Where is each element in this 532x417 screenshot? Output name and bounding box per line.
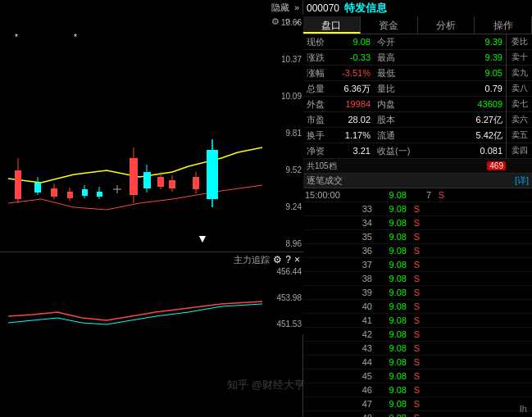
trade-dir: S	[407, 204, 421, 214]
val-zhang: -0.33	[333, 52, 374, 62]
indicator-red-line	[8, 301, 262, 320]
trade-price: 9.08	[374, 371, 407, 381]
trade-dir: S	[407, 246, 421, 256]
price-9-52: 9.52	[281, 165, 302, 175]
label-zui-gao: 最高	[374, 52, 395, 64]
trade-price: 9.08	[374, 343, 407, 353]
label-weibei: 委比	[507, 34, 532, 50]
info-row-nav: 净资 3.21 收益(一) 0.081	[303, 143, 506, 159]
trade-section: 逐笔成交 [详] 15:00:009.087S339.08S349.08S359…	[303, 174, 532, 417]
info-row-turnover: 换手 1.17% 流通 5.42亿	[303, 128, 506, 143]
val-wai: 19984	[333, 99, 374, 109]
trade-price: 9.08	[374, 315, 407, 325]
trade-index: 37	[351, 260, 374, 270]
trade-row: 469.08S	[303, 383, 532, 397]
label-mai9: 卖九	[507, 66, 532, 81]
trade-row: 459.08S	[303, 369, 532, 383]
trade-price: 9.08	[374, 260, 407, 270]
val-zui-gao: 9.39	[395, 52, 506, 62]
trade-row: 369.08S	[303, 244, 532, 258]
trade-index: 39	[351, 288, 374, 297]
trade-index: 43	[351, 343, 374, 353]
info-row-change: 涨跌 -0.33 最高 9.39	[303, 50, 506, 66]
trade-dir: S	[431, 190, 446, 200]
corner-text: Ih	[520, 404, 527, 414]
val-liang: 0.79	[395, 84, 506, 93]
info-row-pe: 市盈 28.02 股本 6.27亿	[303, 112, 506, 128]
trade-dir: S	[407, 315, 421, 325]
trade-row: 389.08S	[303, 272, 532, 286]
candle-svg	[8, 31, 271, 244]
trade-list: 15:00:009.087S339.08S349.08S359.08S369.0…	[303, 188, 532, 417]
val-eps: 0.081	[410, 146, 506, 156]
trade-row: 409.08S	[303, 300, 532, 314]
label-zhang: 涨跌	[303, 52, 333, 64]
trade-index: 35	[351, 232, 374, 242]
total-bar: 共105档 469	[303, 159, 532, 174]
trade-dir: S	[407, 385, 421, 395]
label-wai: 外盘	[303, 98, 333, 111]
top-bar: 隐藏 »	[0, 0, 302, 15]
indicator-help-icon[interactable]: ?	[285, 254, 291, 265]
trade-price: 9.08	[374, 413, 407, 417]
indicator-svg	[8, 267, 283, 331]
val-pe: 28.02	[333, 115, 374, 125]
trade-vol: 7	[407, 190, 431, 200]
label-eps: 收益(一)	[374, 145, 410, 157]
price-10-37: 10.37	[281, 55, 302, 64]
trade-price: 9.08	[374, 399, 407, 409]
val-pct: -3.51%	[333, 68, 374, 78]
label-jin: 今开	[374, 36, 395, 48]
trade-row: 449.08S	[303, 356, 532, 369]
trade-detail-link[interactable]: [详]	[515, 175, 529, 187]
trade-header: 逐笔成交 [详]	[303, 174, 532, 188]
trade-dir: S	[407, 343, 421, 353]
val-nav: 3.21	[333, 146, 374, 156]
val-zong: 6.36万	[333, 83, 374, 95]
trade-row: 419.08S	[303, 314, 532, 328]
label-pct: 涨幅	[303, 67, 333, 79]
trade-index: 33	[351, 204, 374, 214]
info-row-outer: 外盘 19984 内盘 43609	[303, 97, 506, 112]
label-stock: 股本	[374, 114, 395, 126]
stock-code: 000070	[307, 2, 339, 14]
candlestick-chart	[8, 31, 271, 244]
info-row-vol: 总量 6.36万 量比 0.79	[303, 81, 506, 97]
val-jin: 9.39	[395, 37, 506, 47]
price-9-81: 9.81	[281, 129, 302, 138]
trade-dir: S	[407, 288, 421, 297]
stock-name: 特发信息	[344, 1, 387, 16]
hide-button[interactable]: 隐藏	[271, 2, 289, 14]
trade-index: 41	[351, 315, 374, 325]
trade-price: 9.08	[374, 190, 407, 200]
trade-index: 47	[351, 399, 374, 409]
trade-row: 15:00:009.087S	[303, 188, 532, 202]
price-10-09: 10.09	[281, 92, 302, 101]
label-mai6: 卖六	[507, 112, 532, 128]
info-row-price: 现价 9.08 今开 9.39	[303, 34, 506, 50]
badge-469: 469	[487, 161, 506, 170]
trade-dir: S	[407, 232, 421, 242]
trade-dir: S	[407, 260, 421, 270]
gear-icon[interactable]: ⚙	[271, 16, 280, 27]
trade-index: 38	[351, 274, 374, 283]
label-xian: 现价	[303, 36, 333, 48]
trade-dir: S	[407, 413, 421, 417]
trade-index: 42	[351, 329, 374, 339]
tabs-row: 盘口 资金 分析 操作	[303, 16, 532, 34]
price-8-96: 8.96	[281, 239, 302, 248]
val-flow: 5.42亿	[395, 129, 506, 142]
trade-row: 429.08S	[303, 328, 532, 342]
price-10-66: 10.66	[281, 18, 302, 27]
indicator-gear-icon[interactable]: ⚙	[273, 254, 282, 265]
tab-analysis[interactable]: 分析	[418, 16, 475, 34]
tab-operation[interactable]: 操作	[475, 16, 532, 34]
tab-capital[interactable]: 资金	[361, 16, 418, 34]
indicator-close-icon[interactable]: ×	[294, 254, 300, 265]
order-panel: 委比 卖十 卖九 卖八 卖七 卖六 卖五 卖四	[506, 34, 532, 159]
trade-row: 479.08S	[303, 397, 532, 411]
trade-row: 399.08S	[303, 286, 532, 300]
label-mai10: 卖十	[507, 50, 532, 66]
tab-pankou[interactable]: 盘口	[303, 16, 361, 34]
indicator-chart: 主力追踪 ⚙ ? × 456.44 453.98 451.53	[0, 252, 303, 334]
